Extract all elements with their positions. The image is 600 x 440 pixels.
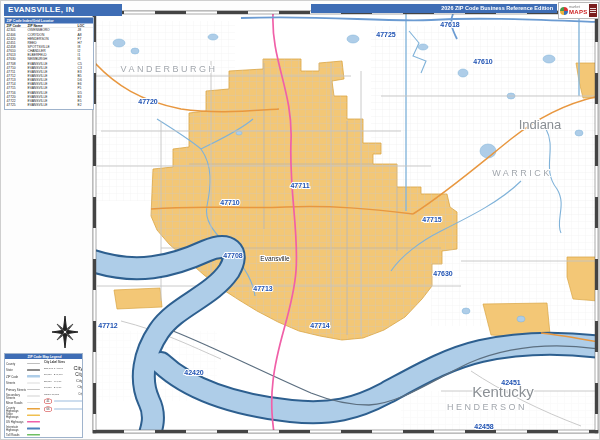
map-legend: ZIP Code Map Legend CountyStateZIP CodeS…: [4, 353, 83, 438]
legend-swatch: [27, 415, 40, 417]
zip-label-47713: 47713: [253, 285, 273, 292]
legend-swatch: [27, 434, 40, 436]
zip-patch-east: [567, 257, 598, 301]
zip-patch-west: [114, 288, 162, 309]
logo-word-maps: MAPS: [569, 9, 588, 15]
legend-swatch: [27, 369, 40, 371]
legend-swatch: [27, 363, 40, 364]
zip-table-row: 47725EVANSVILLEE2: [5, 103, 94, 107]
zip-label-47711: 47711: [290, 182, 309, 189]
legend-title: ZIP Code Map Legend: [5, 354, 83, 359]
logo-tag-icon: [589, 4, 597, 17]
legend-swatch: [27, 402, 40, 403]
legend-swatch: [27, 375, 40, 378]
state-label-indiana: Indiana: [519, 117, 562, 132]
zip-label-47714: 47714: [310, 322, 330, 329]
legend-swatch: [27, 421, 40, 423]
compass-rose-icon: [52, 316, 78, 348]
legend-swatch: [27, 389, 40, 390]
zip-label-47720: 47720: [138, 98, 158, 105]
county-label-vanderburgh: VANDERBURGH: [121, 64, 218, 74]
county-label-henderson: HENDERSON: [447, 402, 527, 412]
state-highway-shield-icon: 66: [44, 406, 52, 412]
legend-swatch: [27, 408, 40, 410]
zip-label-47708: 47708: [223, 252, 243, 259]
city-size-sample: City: [78, 392, 83, 395]
city-size-sample: City: [75, 371, 83, 376]
zip-label-47715: 47715: [422, 216, 442, 223]
zip-label-47630: 47630: [433, 270, 453, 277]
legend-swatch: [27, 427, 40, 429]
legend-swatch: [27, 382, 40, 383]
publisher-logo: market MAPS: [558, 2, 599, 19]
zip-label-42458: 42458: [474, 423, 494, 430]
zip-label-42451: 42451: [501, 379, 521, 386]
us-highway-shield-icon: 41: [44, 398, 52, 404]
county-label-warrick: WARRICK: [492, 168, 552, 178]
legend-city-sizes: City Label Sizes 250,000 & AboveCity 50,…: [44, 360, 83, 397]
city-size-sample: City: [77, 385, 83, 389]
edition-subtitle: 2026 ZIP Code Business Reference Edition: [311, 4, 557, 13]
zip-index-panel: ZIP Code Index/Grid Locator ZIP Code ZIP…: [4, 17, 94, 110]
city-size-sample: City: [74, 364, 83, 370]
zip-label-47712: 47712: [98, 322, 118, 329]
zip-index-rows: 42301OWENSBOROJ842406CORYDONA842420HENDE…: [5, 28, 94, 107]
legend-symbol-rows: CountyStateZIP CodeStreetsPrimary Street…: [6, 360, 42, 438]
logo-pie-icon: [560, 7, 568, 15]
zip-label-47618: 47618: [440, 21, 460, 28]
city-size-sample: City: [76, 378, 83, 383]
zip-label-47725: 47725: [376, 31, 396, 38]
legend-swatch: [27, 395, 40, 396]
legend-highway-shields: 41 66: [44, 397, 83, 413]
zip-label-47610: 47610: [473, 58, 493, 65]
page-title: EVANSVILLE, IN: [4, 4, 122, 16]
zip-label-42420: 42420: [184, 369, 204, 376]
city-label-evansville: Evansville: [260, 255, 290, 262]
legend-row: Toll Roads: [6, 432, 42, 439]
zip-label-47710: 47710: [220, 199, 240, 206]
